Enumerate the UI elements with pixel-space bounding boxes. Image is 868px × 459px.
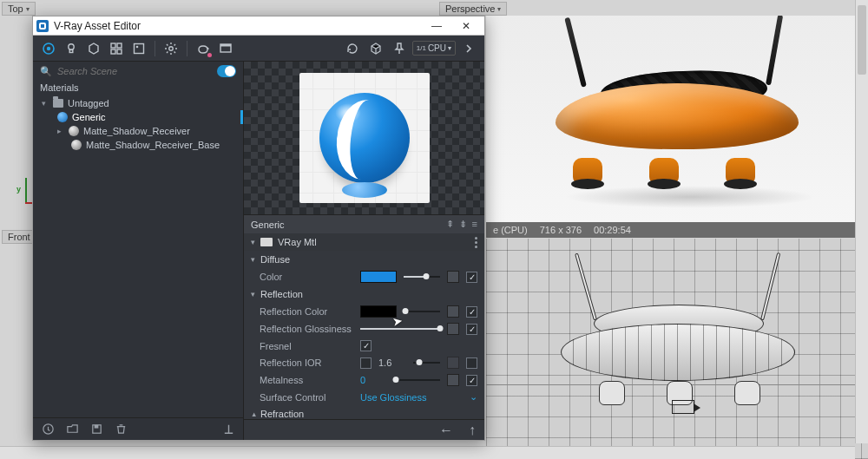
textures-tab-icon[interactable] [128,38,149,59]
group-diffuse[interactable]: ▾Diffuse [244,251,484,268]
ior-lock-checkbox[interactable] [360,357,372,369]
fresnel-checkbox[interactable]: ✓ [360,340,372,351]
param-label: Surface Control [260,392,353,403]
chevron-down-icon: ▾ [497,5,501,13]
geometry-tab-icon[interactable] [83,38,104,59]
perspective-viewport[interactable] [486,16,868,222]
color-swatch[interactable] [360,271,397,283]
materials-section-header: Materials [33,81,243,96]
material-item-matte-shadow[interactable]: ▸ Matte_Shadow_Receiver [33,124,243,138]
scrollbar-vertical[interactable] [855,0,868,443]
viewport-persp-text: Perspective [445,3,495,14]
cpu-indicator[interactable]: 1/1 CPU ▾ [412,41,456,56]
render-elements-tab-icon[interactable] [106,38,127,59]
status-time: 00:29:54 [594,225,631,235]
ior-value[interactable]: 1.6 [378,357,406,368]
param-enable-checkbox[interactable]: ✓ [466,306,477,318]
render-teapot-icon[interactable] [193,38,214,59]
material-name-header: Generic ⇞ ⇟ ≡ [244,214,484,233]
more-icon[interactable] [475,237,477,248]
material-label: Generic [72,112,106,122]
tree-footer [33,417,243,440]
preview-thumbnail [299,73,430,203]
front-viewport[interactable] [486,239,868,459]
slider-diffuse[interactable] [404,271,440,283]
material-item-matte-shadow-base[interactable]: Matte_Shadow_Receiver_Base [33,138,243,152]
param-enable-checkbox[interactable] [466,357,477,369]
param-label: Reflection Glossiness [260,324,353,334]
texture-map-button[interactable] [447,357,459,369]
slider-glossiness[interactable] [360,323,440,335]
svg-point-2 [69,43,74,49]
purge-icon[interactable] [40,422,56,437]
preview-refresh-icon[interactable] [342,38,363,59]
params-footer: ← ↑ [244,419,484,440]
row-diffuse-color: Color ✓ [244,268,484,285]
status-engine: e (CPU) [493,225,528,235]
open-icon[interactable] [64,422,80,437]
pin-icon[interactable] [389,38,410,59]
param-enable-checkbox[interactable]: ✓ [466,272,477,283]
svg-rect-5 [117,43,122,48]
svg-rect-12 [220,44,231,47]
surface-control-dropdown[interactable]: Use Glossiness [360,392,426,403]
svg-point-10 [169,46,173,49]
svg-point-1 [47,46,50,49]
add-material-icon[interactable] [220,422,236,437]
cube-icon[interactable] [365,38,386,59]
param-enable-checkbox[interactable]: ✓ [466,375,477,386]
param-label: Color [260,272,353,282]
minimize-button[interactable]: — [422,16,451,36]
material-type-row[interactable]: ▾ VRay Mtl [244,233,484,251]
param-label: Fresnel [260,341,353,351]
back-icon[interactable]: ← [439,423,453,438]
caret-down-icon: ▾ [42,99,49,108]
metalness-value[interactable]: 0 [360,375,388,385]
expand-panel-icon[interactable] [458,38,479,59]
material-item-generic[interactable]: Generic [33,110,243,124]
slider-ior[interactable] [413,357,440,369]
material-preview[interactable] [244,62,484,214]
material-ball-icon [57,112,68,122]
viewport-label-perspective[interactable]: Perspective ▾ [439,2,507,16]
param-enable-checkbox[interactable]: ✓ [466,324,477,335]
texture-map-button[interactable] [447,323,459,335]
texture-map-button[interactable] [447,271,459,283]
materials-tree: ▾ Untagged Generic ▸ Matte_Shadow_Receiv… [33,96,243,152]
preview-toggle[interactable] [217,65,236,77]
folder-label: Untagged [68,98,109,108]
preset-load-icon[interactable]: ⇟ [459,219,467,230]
svg-rect-8 [135,43,144,53]
material-name: Generic [251,220,285,230]
save-icon[interactable] [89,422,104,437]
close-button[interactable]: ✕ [451,16,481,36]
material-type-icon [260,238,273,246]
search-input[interactable] [57,66,212,76]
texture-map-button[interactable] [447,374,459,386]
preset-menu-icon[interactable]: ≡ [472,219,477,230]
delete-icon[interactable] [113,422,128,437]
group-reflection[interactable]: ▾Reflection [244,285,484,303]
caret-down-icon: ▾ [251,238,255,246]
scrollbar-horizontal[interactable] [0,446,855,459]
preset-save-icon[interactable]: ⇞ [446,219,454,230]
row-reflection-color: Reflection Color ✓ [244,303,484,320]
lights-tab-icon[interactable] [61,38,82,59]
material-label: Matte_Shadow_Receiver_Base [86,140,220,150]
settings-icon[interactable] [161,38,181,59]
materials-tab-icon[interactable] [38,38,59,59]
row-reflection-ior: Reflection IOR 1.6 [244,354,484,371]
param-label: Metalness [260,375,353,385]
frame-buffer-icon[interactable] [215,38,236,59]
tree-folder-untagged[interactable]: ▾ Untagged [33,96,243,110]
texture-map-button[interactable] [447,305,459,318]
slider-refl-color[interactable] [404,305,440,318]
group-refraction[interactable]: ▸Refraction [244,405,484,419]
color-swatch[interactable] [360,305,397,318]
chevron-down-icon[interactable]: ⌄ [470,391,477,403]
slider-metalness[interactable] [395,374,440,386]
svg-point-9 [136,45,139,48]
viewport-label-top[interactable]: Top ▾ [2,2,36,16]
window-titlebar[interactable]: V-Ray Asset Editor — ✕ [33,16,484,36]
up-icon[interactable]: ↑ [469,423,476,438]
